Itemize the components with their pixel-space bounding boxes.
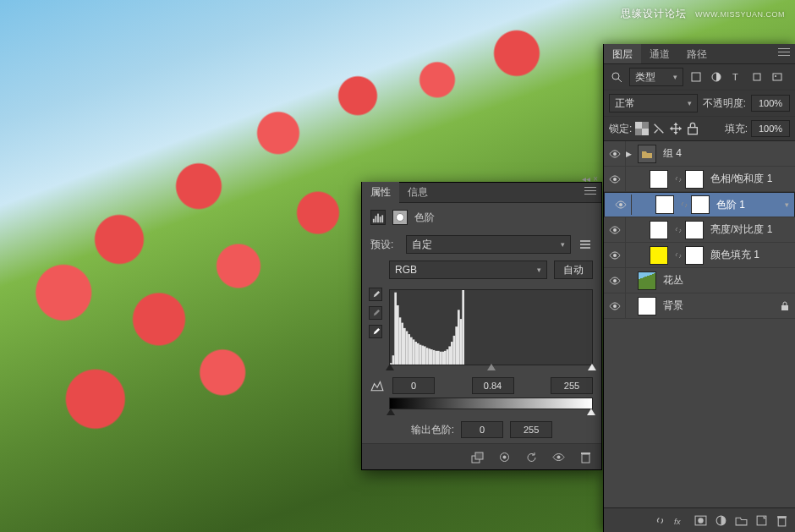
properties-panel[interactable]: ◂◂ × 属性 信息 色阶 预设: 自定 RGB 自动 bbox=[361, 182, 602, 470]
svg-rect-46 bbox=[582, 454, 589, 463]
mask-icon[interactable] bbox=[392, 210, 408, 225]
layer-row[interactable]: 颜色填充 1 bbox=[604, 243, 795, 268]
tab-info[interactable]: 信息 bbox=[399, 182, 436, 203]
filter-type-icon[interactable]: T bbox=[729, 69, 744, 85]
view-previous-icon[interactable] bbox=[496, 449, 512, 464]
adjustment-header: 色阶 bbox=[362, 203, 601, 232]
visibility-toggle[interactable] bbox=[610, 195, 632, 215]
filter-shape-icon[interactable] bbox=[749, 69, 765, 85]
layer-row[interactable]: 花丛 bbox=[604, 268, 795, 293]
layer-name[interactable]: 色相/饱和度 1 bbox=[710, 172, 772, 186]
fill-field[interactable]: 100% bbox=[751, 120, 790, 137]
link-layers-icon[interactable] bbox=[653, 513, 666, 527]
lock-transparent-icon[interactable] bbox=[635, 122, 649, 135]
layer-name[interactable]: 花丛 bbox=[663, 273, 683, 288]
visibility-toggle[interactable] bbox=[604, 293, 626, 318]
mask-thumb[interactable] bbox=[685, 170, 704, 189]
search-icon[interactable] bbox=[609, 69, 624, 85]
link-icon[interactable] bbox=[673, 174, 683, 184]
eyedropper-black-icon[interactable] bbox=[369, 288, 382, 301]
svg-rect-27 bbox=[433, 350, 436, 365]
visibility-toggle[interactable] bbox=[604, 141, 626, 166]
layer-row[interactable]: ▶组 4 bbox=[604, 141, 795, 167]
layer-name[interactable]: 组 4 bbox=[663, 146, 682, 161]
eyedropper-white-icon[interactable] bbox=[369, 325, 382, 338]
input-white-field[interactable] bbox=[551, 377, 593, 394]
filter-pixel-icon[interactable] bbox=[688, 69, 704, 85]
output-black-handle[interactable] bbox=[387, 409, 395, 415]
filter-adjust-icon[interactable] bbox=[709, 69, 724, 85]
output-white-handle[interactable] bbox=[587, 409, 595, 415]
tab-paths[interactable]: 路径 bbox=[678, 44, 716, 63]
lock-all-icon[interactable] bbox=[686, 122, 699, 135]
layer-row[interactable]: 背景 bbox=[604, 293, 795, 319]
trash-icon[interactable] bbox=[578, 449, 593, 464]
eyedropper-gray-icon[interactable] bbox=[369, 306, 382, 320]
clip-to-layer-icon[interactable] bbox=[469, 449, 485, 464]
link-icon[interactable] bbox=[673, 225, 683, 235]
link-icon[interactable] bbox=[673, 250, 683, 261]
input-gamma-handle[interactable] bbox=[487, 364, 496, 370]
svg-rect-39 bbox=[460, 319, 463, 365]
filter-smart-icon[interactable] bbox=[770, 69, 785, 85]
input-slider[interactable] bbox=[389, 365, 593, 372]
blend-mode-select[interactable]: 正常 bbox=[609, 94, 698, 112]
layer-name[interactable]: 背景 bbox=[663, 299, 683, 313]
layers-panel[interactable]: 图层 通道 路径 类型 T 正常 不透明度: 100% 锁定: 填充: 100% bbox=[603, 44, 795, 532]
layer-name[interactable]: 色阶 1 bbox=[716, 198, 745, 212]
link-icon[interactable] bbox=[679, 200, 689, 210]
reset-icon[interactable] bbox=[524, 449, 539, 464]
output-gradient[interactable] bbox=[389, 398, 593, 409]
svg-point-60 bbox=[613, 152, 617, 156]
input-gamma-field[interactable] bbox=[472, 377, 514, 394]
filter-kind-select[interactable]: 类型 bbox=[629, 68, 683, 86]
svg-rect-17 bbox=[410, 337, 413, 365]
auto-button[interactable]: 自动 bbox=[554, 261, 593, 279]
collapse-icon[interactable]: ◂◂ × bbox=[582, 174, 598, 184]
mask-thumb[interactable] bbox=[685, 221, 704, 239]
layers-menu-icon[interactable] bbox=[778, 48, 790, 58]
svg-rect-25 bbox=[428, 348, 430, 365]
input-black-handle[interactable] bbox=[386, 364, 394, 370]
svg-rect-26 bbox=[430, 349, 433, 365]
mask-thumb[interactable] bbox=[685, 246, 704, 265]
fx-icon[interactable]: fx bbox=[673, 513, 687, 527]
visibility-toggle[interactable] bbox=[604, 243, 626, 267]
tab-layers[interactable]: 图层 bbox=[604, 44, 641, 63]
layer-row[interactable]: 色相/饱和度 1 bbox=[604, 167, 795, 192]
mask-add-icon[interactable] bbox=[694, 513, 707, 527]
panel-menu-icon[interactable] bbox=[584, 187, 596, 197]
layer-name[interactable]: 颜色填充 1 bbox=[710, 248, 759, 262]
group-add-icon[interactable] bbox=[734, 513, 748, 527]
visibility-toggle[interactable] bbox=[604, 167, 626, 191]
opacity-field[interactable]: 100% bbox=[751, 95, 790, 112]
output-white-field[interactable] bbox=[510, 421, 552, 438]
new-layer-icon[interactable] bbox=[754, 513, 768, 527]
preset-select[interactable]: 自定 bbox=[406, 235, 571, 254]
visibility-toggle[interactable] bbox=[604, 217, 626, 242]
channel-select[interactable]: RGB bbox=[389, 261, 547, 279]
layer-name[interactable]: 亮度/对比度 1 bbox=[710, 222, 772, 237]
layer-row[interactable]: 亮度/对比度 1 bbox=[604, 217, 795, 243]
preset-menu-icon[interactable] bbox=[578, 237, 593, 252]
lock-position-icon[interactable] bbox=[669, 122, 683, 135]
visibility-icon[interactable] bbox=[551, 449, 566, 464]
mask-thumb[interactable] bbox=[691, 195, 710, 214]
lock-pixels-icon[interactable] bbox=[652, 122, 666, 135]
visibility-toggle[interactable] bbox=[604, 268, 626, 293]
tab-properties[interactable]: 属性 bbox=[362, 182, 399, 203]
layer-list[interactable]: ▶组 4色相/饱和度 1色阶 1亮度/对比度 1颜色填充 1花丛背景 bbox=[604, 141, 795, 507]
svg-rect-4 bbox=[381, 215, 383, 222]
output-black-field[interactable] bbox=[461, 421, 503, 438]
delete-layer-icon[interactable] bbox=[775, 513, 788, 527]
input-black-field[interactable] bbox=[392, 377, 435, 394]
tab-channels[interactable]: 通道 bbox=[641, 44, 678, 63]
histogram[interactable] bbox=[389, 289, 593, 365]
fold-icon[interactable]: ▶ bbox=[626, 150, 638, 158]
input-white-handle[interactable] bbox=[588, 364, 596, 370]
layer-row[interactable]: 色阶 1 bbox=[604, 192, 795, 217]
output-values-row: 输出色阶: bbox=[362, 413, 601, 443]
svg-rect-21 bbox=[419, 345, 422, 365]
output-label: 输出色阶: bbox=[411, 423, 454, 437]
adjustment-add-icon[interactable] bbox=[714, 513, 727, 527]
